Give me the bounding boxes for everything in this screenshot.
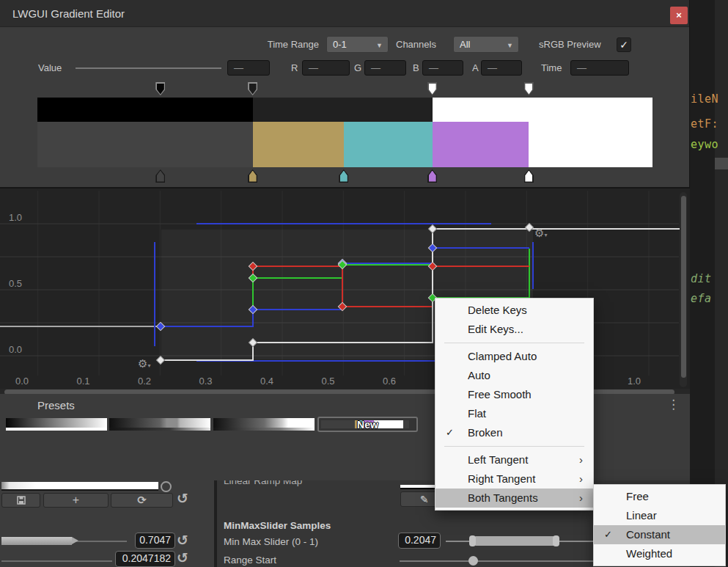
vscroll-thumb[interactable] xyxy=(681,196,686,378)
window-title: LWGUI Gradient Editor xyxy=(12,7,125,20)
color-key-marker[interactable] xyxy=(427,169,437,183)
srgb-preview-checkbox[interactable]: ✓ xyxy=(617,37,631,52)
close-button[interactable]: × xyxy=(670,7,688,24)
menu-item-free-smooth[interactable]: Free Smooth xyxy=(435,385,593,404)
menu-item-delete-keys[interactable]: Delete Keys xyxy=(435,301,593,320)
preset-swatch[interactable] xyxy=(109,418,210,431)
color-key-marker[interactable] xyxy=(339,169,348,183)
menu-item-right-tangent[interactable]: Right Tangent› xyxy=(435,469,593,489)
x-axis-label: 0.6 xyxy=(383,376,396,387)
menu-item-both-tangents[interactable]: Both Tangents› xyxy=(435,489,593,508)
gear-icon[interactable]: ⚙▾ xyxy=(534,227,547,240)
submenu-item-weighted[interactable]: Weighted xyxy=(594,544,725,563)
menu-item-label: Right Tangent xyxy=(468,472,535,485)
gradient-segment xyxy=(529,122,652,167)
value-field[interactable]: — xyxy=(227,60,270,76)
refresh-button[interactable]: ⟳ xyxy=(111,493,173,508)
gradient-color-strip[interactable] xyxy=(37,122,652,167)
menu-separator xyxy=(444,343,584,343)
y-axis-label: 1.0 xyxy=(9,212,22,223)
x-axis-label: 0.3 xyxy=(199,376,212,387)
save-ramp-button[interactable] xyxy=(1,493,40,508)
color-key-marker[interactable] xyxy=(155,169,165,183)
code-line: eywo xyxy=(691,138,718,151)
undo-icon[interactable]: ↺ xyxy=(177,532,188,549)
curve-vertical-scrollbar[interactable] xyxy=(680,192,687,387)
submenu-arrow-icon: › xyxy=(579,489,583,508)
slider1-thumb[interactable] xyxy=(72,537,78,544)
pencil-icon: ✎ xyxy=(420,494,429,505)
menu-separator xyxy=(444,446,584,447)
menu-item-auto[interactable]: Auto xyxy=(435,366,593,385)
marker-fill xyxy=(249,84,257,95)
channels-dropdown[interactable]: All ▼ xyxy=(453,36,519,53)
circle-icon[interactable] xyxy=(161,481,172,492)
alpha-key-marker[interactable] xyxy=(248,82,257,95)
preset-swatch[interactable] xyxy=(6,418,107,431)
alpha-key-marker[interactable] xyxy=(427,82,437,95)
preset-swatch[interactable] xyxy=(213,418,315,431)
menu-item-flat[interactable]: Flat xyxy=(435,404,593,423)
new-preset-button[interactable]: New xyxy=(317,417,418,432)
channels-label: Channels xyxy=(396,39,446,50)
minmax-slider-range[interactable] xyxy=(471,536,559,546)
check-icon: ✓ xyxy=(604,525,612,544)
x-axis-label: 1.0 xyxy=(628,376,641,387)
undo-icon[interactable]: ↺ xyxy=(177,490,188,507)
minmax-handle-left[interactable] xyxy=(469,535,476,546)
slider1-fill[interactable] xyxy=(1,537,72,545)
preset-alpha-strip xyxy=(213,428,315,431)
slider2-value-field[interactable]: 0.2047182 xyxy=(115,551,175,567)
code-editor-scroll-thumb[interactable] xyxy=(715,158,728,169)
kebab-menu-icon[interactable]: ⋮ xyxy=(667,397,680,412)
menu-item-left-tangent[interactable]: Left Tangent› xyxy=(435,450,593,469)
color-key-marker[interactable] xyxy=(248,169,257,183)
minmax-value-field[interactable]: 0.2047 xyxy=(398,533,441,549)
time-field[interactable]: — xyxy=(570,60,629,76)
menu-item-clamped-auto[interactable]: Clamped Auto xyxy=(435,347,593,366)
ramp-map-label: Linear Ramp Map xyxy=(224,480,370,489)
b-field[interactable]: — xyxy=(422,60,463,76)
minmax-handle-right[interactable] xyxy=(553,535,559,546)
x-axis-label: 0.2 xyxy=(138,376,151,387)
slider1-value-field[interactable]: 0.7047 xyxy=(135,533,175,549)
time-range-dropdown[interactable]: 0-1 ▼ xyxy=(326,36,389,53)
preset-alpha-strip xyxy=(6,428,107,431)
gear-icon[interactable]: ⚙▾ xyxy=(138,357,150,370)
g-field[interactable]: — xyxy=(364,60,406,76)
range-start-thumb[interactable] xyxy=(468,556,478,566)
value-slider[interactable] xyxy=(76,67,221,69)
menu-item-label: Broken xyxy=(468,426,503,439)
menu-item-label: Flat xyxy=(468,407,486,420)
window-titlebar[interactable]: LWGUI Gradient Editor × xyxy=(0,0,689,27)
ramp-preview-strip[interactable] xyxy=(1,482,158,491)
chevron-down-icon: ▼ xyxy=(376,42,383,49)
menu-item-label: Delete Keys xyxy=(468,304,527,316)
check-icon: ✓ xyxy=(446,423,454,442)
gradient-alpha-strip[interactable] xyxy=(37,98,652,122)
alpha-key-marker[interactable] xyxy=(155,82,165,95)
menu-item-label: Edit Keys... xyxy=(468,323,523,335)
submenu-item-free[interactable]: Free xyxy=(594,487,725,506)
add-key-button[interactable]: + xyxy=(43,493,109,508)
submenu-item-constant[interactable]: ✓Constant xyxy=(594,525,725,544)
new-preset-label: New xyxy=(319,419,416,431)
a-field[interactable]: — xyxy=(481,60,522,76)
time-range-value: 0-1 xyxy=(333,39,347,50)
gradient-segment xyxy=(37,122,253,167)
color-key-marker[interactable] xyxy=(524,169,534,183)
range-start-label: Range Start xyxy=(224,555,276,566)
r-field[interactable]: — xyxy=(302,60,350,76)
presets-title: Presets xyxy=(37,399,75,411)
menu-item-label: Free xyxy=(626,490,649,502)
submenu-item-linear[interactable]: Linear xyxy=(594,506,725,525)
floppy-disk-icon xyxy=(17,496,26,505)
y-axis-label: 0.5 xyxy=(9,278,22,289)
undo-icon[interactable]: ↺ xyxy=(177,549,188,566)
menu-item-label: Both Tangents xyxy=(468,491,538,504)
marker-fill xyxy=(249,171,257,182)
menu-item-edit-keys[interactable]: Edit Keys... xyxy=(435,320,593,339)
slider2-track[interactable] xyxy=(1,560,112,562)
alpha-key-marker[interactable] xyxy=(524,82,534,95)
menu-item-broken[interactable]: ✓Broken xyxy=(435,423,593,442)
